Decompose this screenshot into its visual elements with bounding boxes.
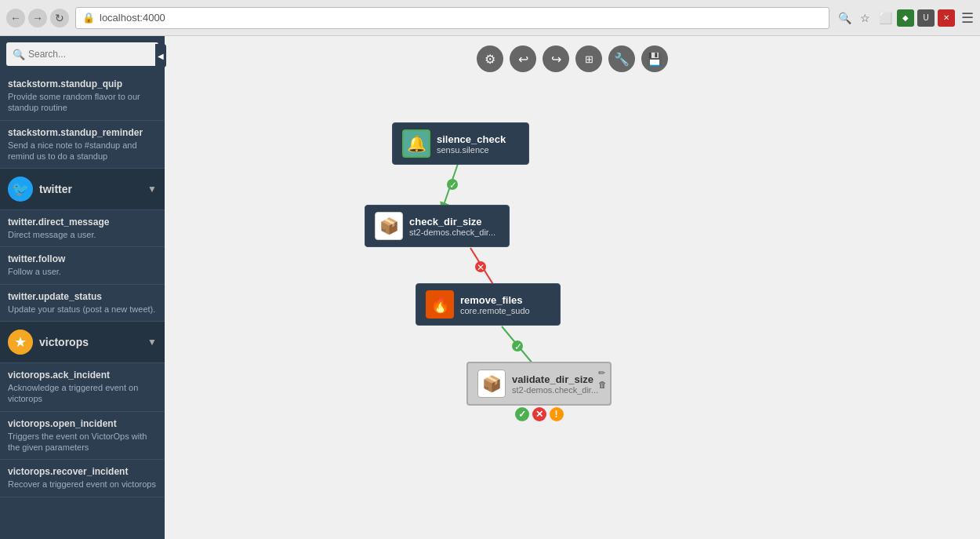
workflow-area: ✓ ✕ ✓ 🔔 <box>227 83 980 539</box>
remove-files-text: remove_files core.remote_sudo <box>460 294 530 315</box>
svg-point-1 <box>447 179 458 190</box>
item-title-standup-reminder: stackstorm.standup_reminder <box>8 127 157 138</box>
svg-point-4 <box>475 261 486 272</box>
sidebar-item-follow[interactable]: twitter.follow Follow a user. <box>0 247 165 284</box>
nav-buttons: ← → ↻ <box>6 9 69 27</box>
sidebar-item-standup-quip[interactable]: stackstorm.standup_quip Provide some ran… <box>0 72 165 121</box>
node-complete-button[interactable]: ! <box>550 407 564 421</box>
item-desc-standup-quip: Provide some random flavor to our standu… <box>8 91 157 114</box>
wrench-button[interactable]: 🔧 <box>608 46 635 72</box>
item-title-standup-quip: stackstorm.standup_quip <box>8 78 157 89</box>
node-edit-panel: ✏ 🗑 <box>598 368 607 389</box>
silence-check-text: silence_check sensu.silence <box>437 133 506 155</box>
redo-button[interactable]: ↪ <box>543 46 569 72</box>
svg-text:✓: ✓ <box>449 180 457 191</box>
svg-text:✓: ✓ <box>514 341 522 352</box>
browser-actions: 🔍 ☆ ⬜ ◆ U ✕ ☰ <box>836 9 974 27</box>
item-title-direct-message: twitter.direct_message <box>8 217 157 228</box>
node-remove-files[interactable]: 🔥 remove_files core.remote_sudo <box>416 283 561 326</box>
sidebar-item-open-incident[interactable]: victorops.open_incident Triggers the eve… <box>0 412 165 461</box>
address-bar: 🔒 localhost:4000 <box>75 7 829 29</box>
sidebar: 🔍 stackstorm.standup_quip Provide some r… <box>0 36 165 539</box>
star-icon[interactable]: ☆ <box>856 9 873 27</box>
node-error-button[interactable]: ✕ <box>532 407 546 421</box>
svg-line-0 <box>443 162 459 207</box>
sidebar-item-update-status[interactable]: twitter.update_status Update your status… <box>0 285 165 322</box>
check-dir-name: check_dir_size <box>409 216 495 228</box>
validate-dir-text: validate_dir_size st2-demos.check_dir... <box>512 373 598 395</box>
item-title-open: victorops.open_incident <box>8 418 157 429</box>
sidebar-item-ack-incident[interactable]: victorops.ack_incident Acknowledge a tri… <box>0 363 165 412</box>
victorops-group-label: victorops <box>39 336 141 348</box>
sidebar-item-standup-reminder[interactable]: stackstorm.standup_reminder Send a nice … <box>0 121 165 169</box>
search-box[interactable]: 🔍 <box>6 42 158 66</box>
node-silence-check[interactable]: 🔔 silence_check sensu.silence <box>392 122 529 165</box>
remove-files-icon: 🔥 <box>426 290 454 319</box>
remove-files-name: remove_files <box>460 294 530 306</box>
silence-check-icon: 🔔 <box>402 129 430 158</box>
validate-dir-icon: 📦 <box>477 370 506 398</box>
hamburger-menu[interactable]: ☰ <box>961 9 974 27</box>
sidebar-item-recover-incident[interactable]: victorops.recover_incident Recover a tri… <box>0 460 165 497</box>
sidebar-toggle[interactable]: ◀ <box>155 44 166 67</box>
workflow-connectors: ✓ ✕ ✓ <box>227 83 980 539</box>
item-desc-recover: Recover a triggered event on victorops <box>8 479 157 490</box>
lock-icon: 🔒 <box>82 12 95 24</box>
forward-button[interactable]: → <box>28 9 47 27</box>
app-layout: 🔍 stackstorm.standup_quip Provide some r… <box>0 36 980 539</box>
layout-button[interactable]: ⊞ <box>575 46 602 72</box>
item-desc-direct-message: Direct message a user. <box>8 229 157 240</box>
svg-point-7 <box>512 341 523 351</box>
validate-dir-action: st2-demos.check_dir... <box>512 385 598 395</box>
search-icon: 🔍 <box>13 49 25 60</box>
node-action-buttons: ✓ ✕ ! <box>515 407 564 421</box>
item-title-follow: twitter.follow <box>8 253 157 264</box>
canvas-toolbar: ⚙ ↩ ↪ ⊞ 🔧 💾 <box>477 46 668 72</box>
twitter-chevron-icon: ▼ <box>147 184 157 195</box>
ext-green-icon[interactable]: ◆ <box>897 9 914 27</box>
undo-button[interactable]: ↩ <box>510 46 536 72</box>
victorops-chevron-icon: ▼ <box>147 337 157 348</box>
check-dir-icon: 📦 <box>375 212 403 240</box>
url-text: localhost:4000 <box>100 12 165 24</box>
item-title-update-status: twitter.update_status <box>8 291 157 302</box>
victorops-group-icon: ★ <box>8 330 33 355</box>
silence-check-action: sensu.silence <box>437 145 506 155</box>
item-desc-update-status: Update your status (post a new tweet). <box>8 304 157 315</box>
back-button[interactable]: ← <box>6 9 25 27</box>
svg-text:✕: ✕ <box>477 262 485 273</box>
settings-button[interactable]: ⚙ <box>477 46 503 72</box>
refresh-button[interactable]: ↻ <box>50 9 69 27</box>
search-container: 🔍 <box>0 36 165 72</box>
svg-line-6 <box>502 326 533 364</box>
item-desc-follow: Follow a user. <box>8 266 157 277</box>
svg-line-3 <box>470 248 494 286</box>
node-delete-icon[interactable]: 🗑 <box>598 380 607 389</box>
silence-check-name: silence_check <box>437 133 506 145</box>
check-dir-text: check_dir_size st2-demos.check_dir... <box>409 216 495 237</box>
twitter-group-icon: 🐦 <box>8 177 33 202</box>
ext-icon-2[interactable]: U <box>917 9 935 27</box>
item-desc-ack: Acknowledge a triggered event on victoro… <box>8 382 157 405</box>
browser-chrome: ← → ↻ 🔒 localhost:4000 🔍 ☆ ⬜ ◆ U ✕ ☰ <box>0 0 980 36</box>
item-desc-standup-reminder: Send a nice note to #standup and remind … <box>8 140 157 162</box>
twitter-group-label: twitter <box>39 183 141 195</box>
validate-dir-name: validate_dir_size <box>512 373 598 385</box>
node-validate-dir-size[interactable]: 📦 validate_dir_size st2-demos.check_dir.… <box>466 362 612 406</box>
sidebar-item-direct-message[interactable]: twitter.direct_message Direct message a … <box>0 210 165 247</box>
search-input[interactable] <box>28 49 152 60</box>
sidebar-group-victorops[interactable]: ★ victorops ▼ <box>0 322 165 363</box>
window-icon[interactable]: ⬜ <box>877 9 894 27</box>
node-success-button[interactable]: ✓ <box>515 407 529 421</box>
item-title-ack: victorops.ack_incident <box>8 370 157 381</box>
remove-files-action: core.remote_sudo <box>460 306 530 315</box>
save-button[interactable]: 💾 <box>641 46 668 72</box>
search-browser-icon[interactable]: 🔍 <box>836 9 853 27</box>
ext-red-icon[interactable]: ✕ <box>938 9 955 27</box>
node-check-dir-size[interactable]: 📦 check_dir_size st2-demos.check_dir... <box>365 205 510 247</box>
item-title-recover: victorops.recover_incident <box>8 466 157 477</box>
main-canvas: ⚙ ↩ ↪ ⊞ 🔧 💾 ✓ ✕ <box>165 36 980 539</box>
sidebar-group-twitter[interactable]: 🐦 twitter ▼ <box>0 169 165 210</box>
node-edit-icon[interactable]: ✏ <box>598 368 607 378</box>
check-dir-action: st2-demos.check_dir... <box>409 228 495 237</box>
